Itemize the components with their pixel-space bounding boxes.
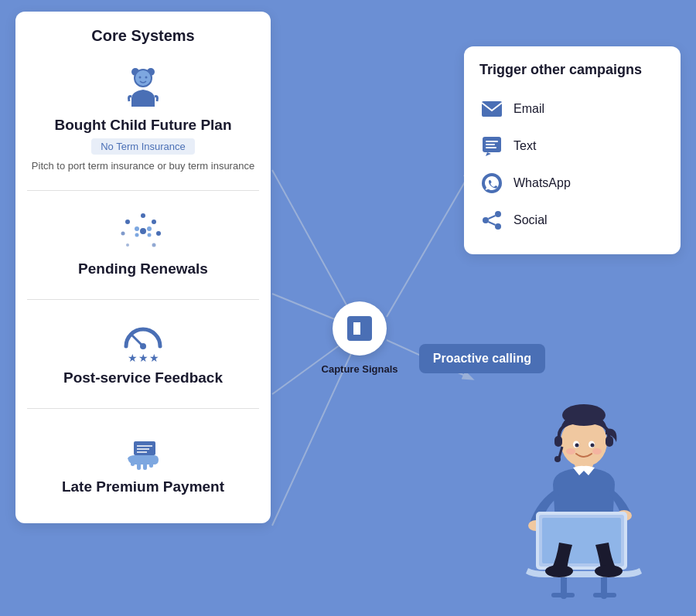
svg-point-15 xyxy=(152,243,156,247)
svg-point-21 xyxy=(147,226,152,231)
svg-text:★: ★ xyxy=(128,352,138,363)
system-item-renewals: Pending Renewals xyxy=(27,200,259,290)
svg-point-14 xyxy=(156,231,161,236)
svg-rect-29 xyxy=(134,441,155,455)
svg-rect-37 xyxy=(482,101,502,117)
whatsapp-label: WhatsApp xyxy=(513,176,571,190)
system-item-payment: Late Premium Payment xyxy=(27,418,259,508)
child-icon xyxy=(27,64,259,111)
svg-text:★: ★ xyxy=(149,352,159,363)
social-icon xyxy=(479,208,504,233)
svg-line-66 xyxy=(559,447,562,458)
svg-rect-39 xyxy=(486,141,498,142)
svg-text:★: ★ xyxy=(138,352,148,363)
whatsapp-icon xyxy=(479,171,504,196)
svg-point-73 xyxy=(545,565,573,577)
svg-point-43 xyxy=(495,211,501,217)
trigger-item-whatsapp: WhatsApp xyxy=(479,165,665,202)
core-systems-title: Core Systems xyxy=(27,27,259,45)
svg-point-25 xyxy=(140,343,146,349)
svg-point-16 xyxy=(125,220,130,224)
svg-rect-41 xyxy=(486,147,496,148)
svg-point-20 xyxy=(135,226,139,231)
svg-point-9 xyxy=(135,70,151,86)
renewals-icon xyxy=(27,208,259,254)
no-term-badge: No Term Insurance xyxy=(91,138,195,155)
svg-point-23 xyxy=(148,233,152,237)
svg-rect-34 xyxy=(137,463,141,470)
person-svg xyxy=(468,361,684,608)
feedback-title: Post-service Feedback xyxy=(27,369,259,386)
svg-rect-33 xyxy=(131,460,135,466)
svg-rect-40 xyxy=(486,144,495,145)
svg-point-61 xyxy=(591,444,595,448)
svg-rect-54 xyxy=(593,593,616,597)
person-illustration xyxy=(468,361,684,608)
svg-point-13 xyxy=(152,220,156,224)
system-item-child: Bought Child Future Plan No Term Insuran… xyxy=(27,56,259,181)
svg-rect-53 xyxy=(551,593,575,597)
svg-point-12 xyxy=(141,213,145,218)
child-plan-desc: Pitch to port term insurance or buy term… xyxy=(27,159,259,173)
trigger-title: Trigger other campaigns xyxy=(479,62,665,78)
feedback-icon: ★ ★ ★ xyxy=(27,317,259,363)
svg-point-62 xyxy=(566,448,575,454)
capture-signals-hub xyxy=(333,301,387,356)
svg-point-63 xyxy=(592,448,602,454)
svg-point-18 xyxy=(126,243,129,247)
text-icon xyxy=(479,134,504,158)
renewals-title: Pending Renewals xyxy=(27,260,259,277)
payment-icon xyxy=(27,426,259,472)
svg-line-4 xyxy=(387,170,472,317)
svg-point-67 xyxy=(554,456,561,462)
svg-line-0 xyxy=(272,170,357,325)
divider-1 xyxy=(27,190,259,191)
email-icon xyxy=(479,97,504,121)
trigger-card: Trigger other campaigns Email Text xyxy=(464,46,681,254)
svg-rect-65 xyxy=(606,436,613,447)
social-label: Social xyxy=(513,213,548,227)
svg-rect-64 xyxy=(554,436,562,447)
svg-point-45 xyxy=(495,223,501,230)
svg-point-74 xyxy=(595,565,623,577)
divider-2 xyxy=(27,299,259,300)
email-label: Email xyxy=(513,102,544,116)
trigger-item-email: Email xyxy=(479,90,665,128)
payment-title: Late Premium Payment xyxy=(27,478,259,495)
svg-rect-36 xyxy=(149,461,153,468)
svg-point-10 xyxy=(139,77,142,79)
text-label: Text xyxy=(513,139,536,153)
svg-point-22 xyxy=(135,233,139,237)
svg-rect-35 xyxy=(143,463,147,470)
child-plan-title: Bought Child Future Plan xyxy=(27,117,259,134)
svg-rect-49 xyxy=(360,322,366,329)
svg-point-19 xyxy=(140,228,146,234)
svg-point-60 xyxy=(575,444,579,448)
divider-3 xyxy=(27,408,259,409)
hub-label: Capture Signals xyxy=(317,363,402,375)
trigger-item-social: Social xyxy=(479,202,665,239)
svg-point-44 xyxy=(483,217,489,223)
system-item-feedback: ★ ★ ★ Post-service Feedback xyxy=(27,309,259,399)
core-systems-card: Core Systems xyxy=(15,12,271,523)
trigger-item-text: Text xyxy=(479,128,665,165)
svg-line-46 xyxy=(489,216,496,219)
svg-point-11 xyxy=(145,77,148,79)
svg-line-47 xyxy=(489,222,496,225)
svg-point-17 xyxy=(121,232,125,236)
